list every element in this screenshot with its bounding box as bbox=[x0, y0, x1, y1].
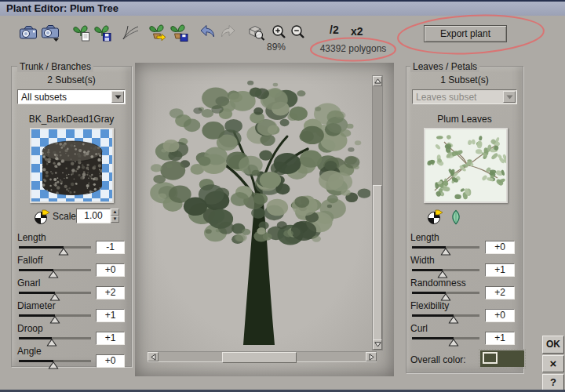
scale-label: Scale bbox=[53, 211, 76, 222]
camera-menu-icon bbox=[40, 23, 60, 42]
leaves-randomness-value[interactable]: +2 bbox=[485, 286, 515, 299]
leaves-flexibility-value[interactable]: +0 bbox=[485, 309, 515, 322]
help-button[interactable]: ? bbox=[542, 374, 564, 390]
zoom-in-button[interactable] bbox=[270, 22, 288, 42]
plant-editor-window: Plant Editor: Plum Tree bbox=[0, 0, 565, 392]
export-plant-button[interactable]: Export plant bbox=[424, 25, 507, 42]
bark-texture-image bbox=[31, 129, 112, 201]
trunk-droop-value[interactable]: +1 bbox=[96, 332, 125, 345]
leaves-curl-slider[interactable] bbox=[412, 337, 479, 339]
viewport-vertical-scrollbar[interactable] bbox=[372, 75, 383, 350]
material-sphere-icon bbox=[34, 209, 50, 225]
bark-texture-preview[interactable] bbox=[30, 128, 114, 203]
overall-color-swatch[interactable] bbox=[480, 350, 524, 367]
slider-thumb[interactable] bbox=[47, 339, 57, 347]
trunk-diameter-value[interactable]: +1 bbox=[96, 309, 125, 322]
trunk-length-slider[interactable] bbox=[19, 246, 91, 249]
slider-thumb[interactable] bbox=[49, 270, 59, 278]
snapshot-options-button[interactable] bbox=[39, 22, 60, 42]
bark-texture-name: BK_BarkDead1Gray bbox=[11, 114, 132, 125]
slider-thumb[interactable] bbox=[59, 248, 69, 256]
trunk-droop-slider[interactable] bbox=[19, 337, 91, 339]
leaf-icon bbox=[450, 209, 462, 225]
leaves-curl-value[interactable]: +1 bbox=[485, 332, 515, 345]
trunk-angle-value[interactable]: +0 bbox=[96, 354, 125, 368]
leaf-texture-name: Plum Leaves bbox=[406, 114, 523, 125]
import-plant-button[interactable] bbox=[148, 22, 169, 42]
camera-icon bbox=[18, 24, 38, 41]
zoom-percent: 89% bbox=[259, 42, 293, 53]
slider-thumb[interactable] bbox=[49, 361, 59, 369]
ok-button[interactable]: OK bbox=[542, 336, 564, 354]
undo-button[interactable] bbox=[196, 22, 217, 42]
leaves-panel-title: Leaves / Petals bbox=[410, 61, 479, 72]
leaves-width-slider[interactable] bbox=[412, 269, 479, 271]
title-bar: Plant Editor: Plum Tree bbox=[0, 0, 565, 16]
leaves-randomness-slider[interactable] bbox=[412, 292, 479, 294]
slider-thumb[interactable] bbox=[441, 248, 451, 256]
branch-tool-button[interactable] bbox=[119, 22, 140, 42]
save-plant-button[interactable] bbox=[92, 22, 113, 42]
triangle-right-icon bbox=[369, 354, 374, 361]
plant-file-icon bbox=[72, 24, 91, 42]
leaf-texture-preview[interactable] bbox=[424, 128, 508, 203]
leaves-length-slider[interactable] bbox=[412, 246, 479, 249]
close-button[interactable]: × bbox=[542, 355, 564, 372]
trunk-gnarl-label: Gnarl bbox=[17, 278, 40, 289]
combo-arrow-button[interactable] bbox=[111, 91, 124, 103]
trunk-angle-label: Angle bbox=[17, 346, 42, 357]
spinner-up-icon[interactable]: ▲ bbox=[111, 209, 119, 216]
trunk-angle-slider[interactable] bbox=[19, 360, 91, 362]
leaves-width-value[interactable]: +1 bbox=[485, 263, 515, 277]
trunk-gnarl-value[interactable]: +2 bbox=[96, 286, 125, 299]
leaves-length-value[interactable]: +0 bbox=[485, 241, 515, 254]
scroll-down-button[interactable] bbox=[373, 339, 382, 350]
plant-disk-icon bbox=[93, 24, 112, 42]
leaves-subset-combo[interactable]: Leaves subset bbox=[412, 89, 517, 104]
trunk-gnarl-slider[interactable] bbox=[19, 292, 91, 294]
redo-button[interactable] bbox=[217, 22, 239, 42]
snapshot-button[interactable] bbox=[17, 22, 38, 42]
slider-thumb[interactable] bbox=[449, 316, 459, 324]
leaves-material-button[interactable] bbox=[426, 209, 443, 225]
trunk-diameter-slider[interactable] bbox=[19, 314, 91, 317]
chevron-down-icon bbox=[115, 95, 122, 100]
scale-input[interactable]: 1.00 bbox=[76, 209, 111, 223]
spinner-down-icon[interactable]: ▼ bbox=[111, 216, 119, 223]
slider-thumb[interactable] bbox=[50, 316, 60, 324]
leaves-flexibility-slider[interactable] bbox=[412, 314, 479, 317]
trunk-falloff-value[interactable]: +0 bbox=[96, 263, 125, 277]
horizontal-scroll-thumb[interactable] bbox=[222, 352, 297, 363]
slider-thumb[interactable] bbox=[449, 339, 459, 347]
trunk-subset-combo[interactable]: All subsets bbox=[17, 89, 126, 104]
save-pot-plant-button[interactable] bbox=[169, 22, 190, 42]
viewport-horizontal-scrollbar[interactable] bbox=[148, 351, 377, 362]
trunk-length-value[interactable]: -1 bbox=[96, 241, 125, 254]
zoom-extents-button[interactable] bbox=[245, 22, 268, 42]
zoom-in-icon bbox=[271, 24, 287, 41]
trunk-length-label: Length bbox=[17, 232, 46, 243]
pot-plant-disk-icon bbox=[170, 23, 189, 42]
leaf-shape-button[interactable] bbox=[447, 209, 465, 225]
double-polygons-button[interactable]: x2 bbox=[351, 25, 363, 38]
halve-polygons-button[interactable]: /2 bbox=[330, 24, 339, 36]
zoom-out-button[interactable] bbox=[289, 22, 307, 42]
trunk-material-button[interactable] bbox=[33, 209, 50, 225]
leaves-subset-count: 1 Subset(s) bbox=[406, 74, 523, 85]
trunk-subset-count: 2 Subset(s) bbox=[11, 74, 132, 85]
leaves-flexibility-label: Flexibility bbox=[410, 300, 449, 311]
scroll-right-button[interactable] bbox=[366, 352, 377, 361]
scroll-left-button[interactable] bbox=[148, 352, 159, 361]
vertical-scroll-thumb[interactable] bbox=[373, 185, 382, 340]
trunk-falloff-slider[interactable] bbox=[19, 269, 91, 271]
material-sphere-icon bbox=[427, 209, 443, 225]
branch-icon bbox=[121, 24, 140, 41]
undo-icon bbox=[198, 24, 217, 41]
leaf-texture-image bbox=[425, 129, 506, 201]
new-plant-button[interactable] bbox=[71, 22, 92, 42]
scale-spinner[interactable]: ▲ ▼ bbox=[111, 209, 119, 223]
scroll-up-button[interactable] bbox=[373, 76, 382, 86]
combo-arrow-button[interactable] bbox=[503, 91, 516, 103]
trunk-droop-label: Droop bbox=[17, 323, 43, 334]
trunk-subset-combo-value: All subsets bbox=[21, 92, 67, 103]
